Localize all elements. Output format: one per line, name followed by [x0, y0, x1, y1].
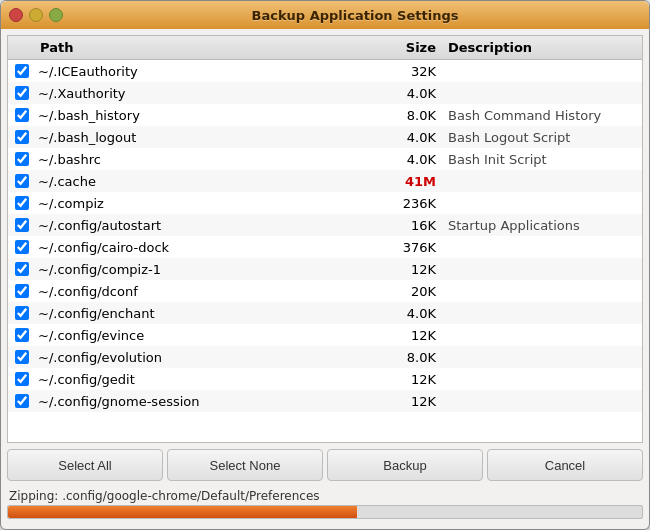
row-description: Bash Init Script: [442, 152, 642, 167]
header-size: Size: [382, 40, 442, 55]
row-checkbox-cell[interactable]: [8, 108, 36, 122]
table-row: ~/.bash_history8.0KBash Command History: [8, 104, 642, 126]
select-all-button[interactable]: Select All: [7, 449, 163, 481]
row-checkbox[interactable]: [15, 284, 29, 298]
minimize-button[interactable]: [29, 8, 43, 22]
row-checkbox-cell[interactable]: [8, 196, 36, 210]
row-checkbox-cell[interactable]: [8, 174, 36, 188]
row-path: ~/.config/gnome-session: [36, 394, 382, 409]
table-row: ~/.config/gnome-session12K: [8, 390, 642, 412]
row-path: ~/.cache: [36, 174, 382, 189]
row-checkbox-cell[interactable]: [8, 372, 36, 386]
content-area: Path Size Description ~/.ICEauthority32K…: [1, 29, 649, 529]
row-checkbox[interactable]: [15, 152, 29, 166]
row-description: Startup Applications: [442, 218, 642, 233]
table-row: ~/.compiz236K: [8, 192, 642, 214]
row-path: ~/.Xauthority: [36, 86, 382, 101]
row-size: 236K: [382, 196, 442, 211]
row-description: Bash Command History: [442, 108, 642, 123]
row-size: 4.0K: [382, 86, 442, 101]
maximize-button[interactable]: [49, 8, 63, 22]
close-button[interactable]: [9, 8, 23, 22]
row-checkbox-cell[interactable]: [8, 350, 36, 364]
header-check-col: [8, 40, 36, 55]
row-path: ~/.bash_logout: [36, 130, 382, 145]
row-checkbox-cell[interactable]: [8, 152, 36, 166]
row-checkbox-cell[interactable]: [8, 130, 36, 144]
row-path: ~/.config/cairo-dock: [36, 240, 382, 255]
table-row: ~/.config/gedit12K: [8, 368, 642, 390]
row-path: ~/.config/dconf: [36, 284, 382, 299]
row-checkbox-cell[interactable]: [8, 64, 36, 78]
row-size: 12K: [382, 372, 442, 387]
row-checkbox[interactable]: [15, 372, 29, 386]
row-size: 376K: [382, 240, 442, 255]
row-size: 4.0K: [382, 306, 442, 321]
row-path: ~/.config/compiz-1: [36, 262, 382, 277]
select-none-button[interactable]: Select None: [167, 449, 323, 481]
row-checkbox[interactable]: [15, 86, 29, 100]
row-checkbox-cell[interactable]: [8, 284, 36, 298]
button-row: Select All Select None Backup Cancel: [7, 447, 643, 483]
window-title: Backup Application Settings: [69, 8, 641, 23]
table-row: ~/.config/enchant4.0K: [8, 302, 642, 324]
row-path: ~/.bashrc: [36, 152, 382, 167]
backup-button[interactable]: Backup: [327, 449, 483, 481]
row-checkbox-cell[interactable]: [8, 306, 36, 320]
table-row: ~/.config/autostart16KStartup Applicatio…: [8, 214, 642, 236]
row-checkbox[interactable]: [15, 130, 29, 144]
row-size: 12K: [382, 394, 442, 409]
row-path: ~/.compiz: [36, 196, 382, 211]
row-checkbox[interactable]: [15, 328, 29, 342]
row-path: ~/.config/evince: [36, 328, 382, 343]
main-window: Backup Application Settings Path Size De…: [0, 0, 650, 530]
row-checkbox-cell[interactable]: [8, 218, 36, 232]
row-checkbox[interactable]: [15, 218, 29, 232]
row-path: ~/.bash_history: [36, 108, 382, 123]
row-path: ~/.config/evolution: [36, 350, 382, 365]
row-size: 16K: [382, 218, 442, 233]
table-header: Path Size Description: [8, 36, 642, 60]
row-checkbox[interactable]: [15, 350, 29, 364]
row-checkbox[interactable]: [15, 64, 29, 78]
row-checkbox[interactable]: [15, 196, 29, 210]
row-size: 8.0K: [382, 350, 442, 365]
row-checkbox-cell[interactable]: [8, 86, 36, 100]
row-checkbox[interactable]: [15, 108, 29, 122]
row-size: 12K: [382, 262, 442, 277]
cancel-button[interactable]: Cancel: [487, 449, 643, 481]
table-row: ~/.config/compiz-112K: [8, 258, 642, 280]
row-size: 20K: [382, 284, 442, 299]
row-size: 32K: [382, 64, 442, 79]
status-text: Zipping: .config/google-chrome/Default/P…: [7, 489, 643, 503]
row-checkbox[interactable]: [15, 174, 29, 188]
row-size: 4.0K: [382, 152, 442, 167]
header-description: Description: [442, 40, 642, 55]
table-row: ~/.Xauthority4.0K: [8, 82, 642, 104]
row-checkbox-cell[interactable]: [8, 328, 36, 342]
table-row: ~/.ICEauthority32K: [8, 60, 642, 82]
row-checkbox[interactable]: [15, 394, 29, 408]
row-checkbox[interactable]: [15, 240, 29, 254]
table-row: ~/.config/dconf20K: [8, 280, 642, 302]
row-checkbox[interactable]: [15, 306, 29, 320]
table-row: ~/.bash_logout4.0KBash Logout Script: [8, 126, 642, 148]
row-checkbox-cell[interactable]: [8, 240, 36, 254]
row-size: 4.0K: [382, 130, 442, 145]
status-bar: Zipping: .config/google-chrome/Default/P…: [7, 487, 643, 523]
row-description: Bash Logout Script: [442, 130, 642, 145]
row-checkbox[interactable]: [15, 262, 29, 276]
row-path: ~/.ICEauthority: [36, 64, 382, 79]
table-body[interactable]: ~/.ICEauthority32K~/.Xauthority4.0K~/.ba…: [8, 60, 642, 442]
row-checkbox-cell[interactable]: [8, 262, 36, 276]
row-size: 8.0K: [382, 108, 442, 123]
row-size: 12K: [382, 328, 442, 343]
table-row: ~/.config/cairo-dock376K: [8, 236, 642, 258]
progress-bar-background: [7, 505, 643, 519]
row-path: ~/.config/gedit: [36, 372, 382, 387]
table-row: ~/.bashrc4.0KBash Init Script: [8, 148, 642, 170]
file-table: Path Size Description ~/.ICEauthority32K…: [7, 35, 643, 443]
table-row: ~/.cache41M: [8, 170, 642, 192]
row-path: ~/.config/enchant: [36, 306, 382, 321]
row-checkbox-cell[interactable]: [8, 394, 36, 408]
